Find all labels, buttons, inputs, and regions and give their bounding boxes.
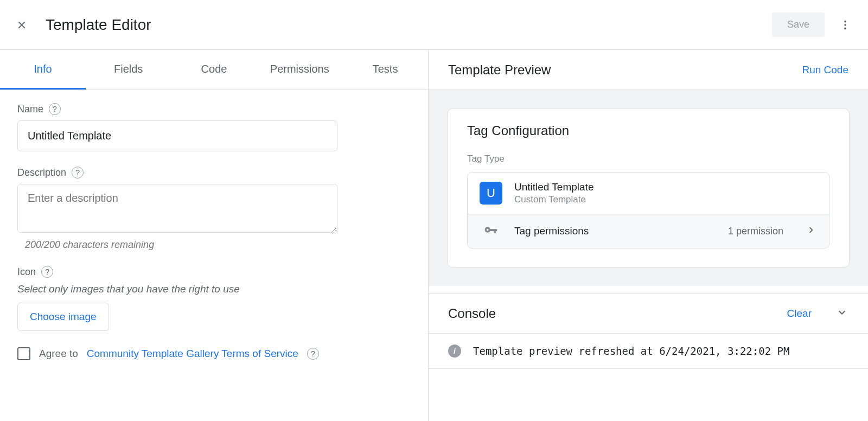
console-message: Template preview refreshed at 6/24/2021,… [473,345,789,357]
svg-point-1 [844,24,846,26]
console-title: Console [448,306,787,321]
description-label: Description [17,167,66,178]
chevron-down-icon[interactable] [835,306,848,321]
tab-permissions[interactable]: Permissions [257,50,342,90]
tab-fields[interactable]: Fields [86,50,171,90]
perm-count: 1 permission [728,226,783,237]
tab-code[interactable]: Code [171,50,257,90]
left-panel: Info Fields Code Permissions Tests Name … [0,50,429,421]
run-code-button[interactable]: Run Code [802,64,848,76]
svg-point-2 [844,27,846,29]
help-icon[interactable]: ? [72,167,84,178]
page-title: Template Editor [46,16,772,34]
icon-hint: Select only images that you have the rig… [17,283,411,295]
tag-badge: U [480,182,502,205]
info-icon: i [448,345,461,358]
close-icon[interactable] [13,16,30,34]
char-counter: 200/200 characters remaining [25,239,411,251]
tos-prefix: Agree to [39,348,78,360]
tag-type-label: Tag Type [467,154,829,164]
perm-label: Tag permissions [514,225,716,237]
tag-subtitle: Custom Template [514,194,817,205]
chevron-right-icon [805,224,817,238]
tab-tests[interactable]: Tests [342,50,428,90]
topbar: Template Editor Save [0,0,868,50]
tag-name: Untitled Template [514,181,817,193]
clear-button[interactable]: Clear [787,308,812,320]
help-icon[interactable]: ? [49,103,61,115]
tab-info[interactable]: Info [0,50,86,90]
right-panel: Template Preview Run Code Tag Configurat… [429,50,868,421]
tos-checkbox[interactable] [17,347,30,360]
console-row: i Template preview refreshed at 6/24/202… [429,334,868,369]
key-icon [480,223,502,239]
tag-permissions-row[interactable]: Tag permissions 1 permission [468,214,829,248]
description-textarea[interactable] [17,184,337,233]
preview-title: Template Preview [448,62,802,78]
svg-point-0 [844,20,846,22]
tos-link[interactable]: Community Template Gallery Terms of Serv… [87,348,298,360]
tabs: Info Fields Code Permissions Tests [0,50,428,90]
help-icon[interactable]: ? [41,266,53,278]
more-menu-icon[interactable] [835,15,855,35]
tag-type-row[interactable]: U Untitled Template Custom Template [468,173,829,214]
preview-body: Tag Configuration Tag Type U Untitled Te… [429,90,868,286]
help-icon[interactable]: ? [307,348,319,360]
card-title: Tag Configuration [467,123,829,138]
icon-label: Icon [17,266,36,278]
choose-image-button[interactable]: Choose image [17,303,109,331]
name-input[interactable] [17,120,337,151]
save-button[interactable]: Save [772,12,825,37]
info-form: Name ? Description ? 200/200 characters … [0,90,428,373]
name-label: Name [17,104,43,115]
tag-config-card: Tag Configuration Tag Type U Untitled Te… [447,109,850,267]
